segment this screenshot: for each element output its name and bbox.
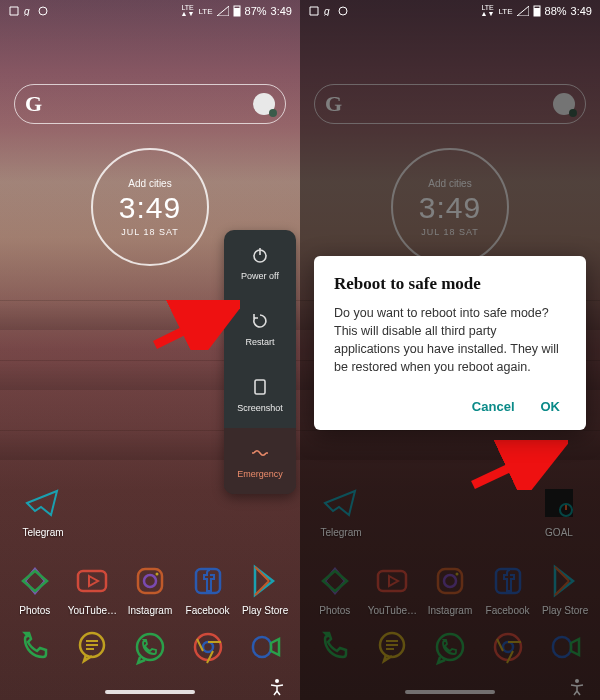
status-time: 3:49 — [571, 5, 592, 17]
svg-text:g: g — [324, 6, 330, 16]
svg-rect-13 — [253, 637, 271, 657]
svg-point-6 — [144, 575, 156, 587]
app-notif-3-icon — [38, 6, 48, 16]
power-emergency[interactable]: Emergency — [224, 428, 296, 494]
app-label: Play Store — [242, 605, 288, 616]
app-label: Photos — [19, 605, 50, 616]
app-playstore[interactable]: Play Store — [238, 561, 292, 616]
svg-point-12 — [203, 642, 213, 652]
svg-point-34 — [495, 634, 521, 660]
youtube-icon — [372, 561, 412, 601]
app-facebook[interactable]: Facebook — [181, 561, 235, 616]
svg-point-37 — [575, 679, 579, 683]
playstore-icon — [245, 561, 285, 601]
google-search-bar[interactable]: G — [14, 84, 286, 124]
assistant-icon[interactable] — [553, 93, 575, 115]
app-playstore[interactable]: Play Store — [538, 561, 592, 616]
power-item-label: Restart — [245, 337, 274, 347]
app-goal[interactable]: GOAL — [532, 483, 586, 538]
svg-line-20 — [155, 308, 230, 345]
chrome-icon[interactable] — [487, 626, 529, 668]
nav-pill[interactable] — [105, 690, 195, 694]
clock-add-cities: Add cities — [428, 178, 471, 189]
battery-percent: 88% — [545, 5, 567, 17]
duo-icon[interactable] — [244, 626, 286, 668]
app-label: Play Store — [542, 605, 588, 616]
power-screenshot[interactable]: Screenshot — [224, 362, 296, 428]
svg-text:g: g — [24, 6, 30, 16]
duo-icon[interactable] — [544, 626, 586, 668]
assistant-icon[interactable] — [253, 93, 275, 115]
clock-time: 3:49 — [119, 191, 181, 225]
app-photos[interactable]: Photos — [8, 561, 62, 616]
cancel-button[interactable]: Cancel — [472, 399, 515, 414]
phone-icon[interactable] — [14, 626, 56, 668]
power-item-label: Emergency — [237, 469, 283, 479]
svg-point-11 — [195, 634, 221, 660]
svg-point-30 — [455, 573, 458, 576]
svg-point-26 — [560, 504, 572, 516]
chrome-icon[interactable] — [187, 626, 229, 668]
instagram-icon — [130, 561, 170, 601]
emergency-icon — [250, 443, 270, 463]
google-g-icon: G — [25, 91, 42, 117]
clock-add-cities: Add cities — [128, 178, 171, 189]
app-facebook[interactable]: Facebook — [481, 561, 535, 616]
instagram-icon — [430, 561, 470, 601]
app-telegram[interactable]: Telegram — [314, 483, 368, 538]
status-time: 3:49 — [271, 5, 292, 17]
clock-widget[interactable]: Add cities 3:49 JUL 18 SAT — [91, 148, 209, 266]
accessibility-icon[interactable] — [268, 678, 286, 696]
phone-icon[interactable] — [314, 626, 356, 668]
whatsapp-icon[interactable] — [429, 626, 471, 668]
clock-widget[interactable]: Add cities 3:49 JUL 18 SAT — [391, 148, 509, 266]
power-menu: Power off Restart Screenshot Emergency — [224, 230, 296, 494]
power-item-label: Power off — [241, 271, 279, 281]
power-power-off[interactable]: Power off — [224, 230, 296, 296]
svg-rect-28 — [438, 569, 462, 593]
nav-pill[interactable] — [405, 690, 495, 694]
svg-point-14 — [275, 679, 279, 683]
svg-point-1 — [39, 7, 47, 15]
app-instagram[interactable]: Instagram — [123, 561, 177, 616]
messages-icon[interactable] — [71, 626, 113, 668]
app-label: Facebook — [186, 605, 230, 616]
google-search-bar[interactable]: G — [314, 84, 586, 124]
app-photos[interactable]: Photos — [308, 561, 362, 616]
app-row: Photos YouTube… Instagram Facebook Play … — [300, 561, 600, 616]
app-label: YouTube… — [68, 605, 117, 616]
google-g-icon: G — [325, 91, 342, 117]
app-label: YouTube… — [368, 605, 417, 616]
signal-icon — [217, 6, 229, 16]
messages-icon[interactable] — [371, 626, 413, 668]
dialog-body: Do you want to reboot into safe mode? Th… — [334, 304, 566, 377]
dock — [0, 622, 300, 672]
whatsapp-icon[interactable] — [129, 626, 171, 668]
ok-button[interactable]: OK — [541, 399, 561, 414]
facebook-icon — [188, 561, 228, 601]
dock — [300, 622, 600, 672]
svg-rect-17 — [255, 380, 265, 394]
annotation-arrow — [468, 440, 568, 490]
screenshot-power-menu: g LTE▲▼ LTE 87% 3:49 G Add cities 3:49 J… — [0, 0, 300, 700]
app-youtube[interactable]: YouTube… — [365, 561, 419, 616]
app-label: Instagram — [128, 605, 172, 616]
battery-icon — [533, 5, 541, 17]
accessibility-icon[interactable] — [568, 678, 586, 696]
app-telegram[interactable]: Telegram — [16, 483, 70, 538]
signal-icon — [517, 6, 529, 16]
svg-point-10 — [137, 634, 163, 660]
annotation-arrow — [150, 300, 240, 350]
svg-line-38 — [473, 446, 556, 485]
app-instagram[interactable]: Instagram — [423, 561, 477, 616]
app-label: Telegram — [320, 527, 361, 538]
svg-rect-4 — [78, 571, 106, 591]
svg-point-18 — [252, 452, 254, 454]
svg-rect-36 — [553, 637, 571, 657]
app-youtube[interactable]: YouTube… — [65, 561, 119, 616]
playstore-icon — [545, 561, 585, 601]
svg-rect-3 — [234, 8, 240, 16]
app-notif-2-icon: g — [324, 6, 334, 16]
app-notif-1-icon — [308, 5, 320, 17]
youtube-icon — [72, 561, 112, 601]
